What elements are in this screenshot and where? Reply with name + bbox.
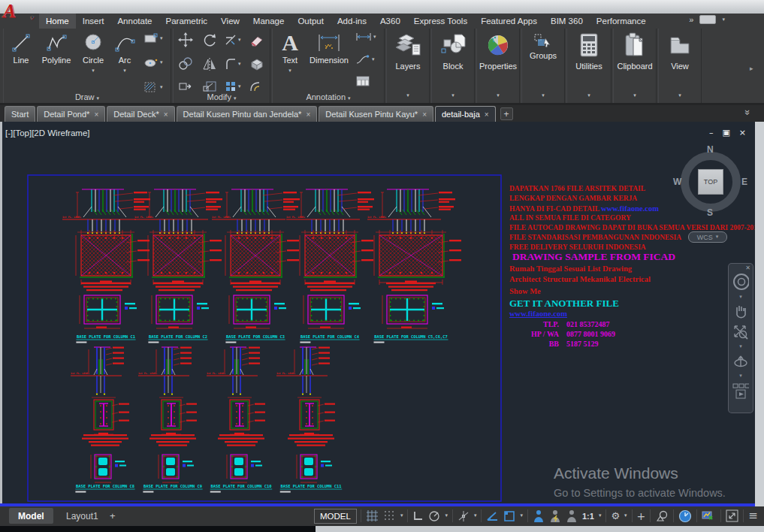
polyline-button[interactable]: Polyline (37, 30, 76, 65)
ribbon-tab-performance[interactable]: Performance (590, 14, 653, 29)
panel-layers[interactable]: Layers ▾ (386, 29, 430, 103)
file-tab-detail-pond-[interactable]: Detail Pond*× (37, 106, 105, 122)
ribbon-tab-manage[interactable]: Manage (246, 14, 291, 29)
clipboard-caret-icon[interactable]: ▾ (633, 92, 636, 98)
osnap-tracking-icon[interactable] (455, 508, 472, 524)
array-tool[interactable]: ▾ (225, 80, 241, 92)
circle-button[interactable]: Circle▾ (76, 30, 110, 74)
hardware-acceleration-icon[interactable] (699, 508, 718, 524)
trim-caret-icon[interactable]: ▾ (238, 38, 241, 43)
osnap-icon[interactable] (484, 508, 501, 524)
promo-link[interactable]: www.fifaone.com (509, 310, 567, 318)
file-tab-detail-baja[interactable]: detail-baja× (435, 106, 496, 122)
snap-caret-icon[interactable]: ▾ (398, 508, 406, 524)
customization-menu-icon[interactable]: ≡ (746, 508, 760, 524)
model-tab[interactable]: Model (9, 508, 53, 524)
dynamic-input-caret-icon[interactable]: ▾ (518, 508, 525, 524)
modify-panel-label[interactable]: Modify ▾ (174, 92, 270, 101)
viewcube-north[interactable]: N (707, 144, 714, 155)
orbit-icon[interactable] (732, 353, 749, 370)
fullscreen-icon[interactable] (723, 508, 741, 524)
rectangle-tool[interactable]: ▾ (143, 33, 163, 44)
ribbon-tab-output[interactable]: Output (291, 14, 331, 29)
file-tab-close-icon[interactable]: × (306, 110, 310, 119)
wcs-dropdown[interactable]: WCS▾ (688, 231, 727, 243)
hatch-tool[interactable]: ▾ (143, 81, 163, 93)
table-tool[interactable] (355, 75, 370, 87)
viewport-minimize-icon[interactable]: – (709, 128, 714, 138)
osnap-tracking-caret-icon[interactable]: ▾ (472, 508, 479, 524)
ribbon-tab-parametric[interactable]: Parametric (159, 14, 215, 29)
gear-caret-icon[interactable]: ▾ (622, 508, 630, 524)
ribbon-tab-annotate[interactable]: Annotate (110, 14, 159, 29)
autocad-logo-icon[interactable]: A▾ (3, 0, 29, 26)
fillet-tool[interactable]: ▾ (225, 56, 241, 71)
file-tab-close-icon[interactable]: × (164, 110, 168, 119)
ribbon-scroll-arrow-icon[interactable]: ▸ (750, 65, 753, 72)
viewcube-south[interactable]: S (707, 207, 713, 218)
text-button[interactable]: A Text▾ (274, 30, 306, 74)
viewport-close-icon[interactable]: × (739, 128, 746, 138)
hatch-caret-icon[interactable]: ▾ (160, 85, 163, 90)
add-layout-button[interactable]: + (105, 508, 120, 524)
scale-caret-icon[interactable]: ▾ (596, 508, 604, 524)
stretch-tool[interactable] (178, 80, 193, 92)
showmotion-icon[interactable] (732, 382, 749, 401)
leader-caret-icon[interactable]: ▾ (372, 57, 375, 62)
plus-icon[interactable]: + (635, 508, 648, 524)
arc-caret-icon[interactable]: ▾ (123, 68, 126, 74)
move-tool[interactable] (178, 32, 193, 47)
draw-panel-label[interactable]: Draw ▾ (4, 92, 171, 101)
file-tab-close-icon[interactable]: × (485, 110, 489, 119)
ortho-icon[interactable] (410, 508, 426, 524)
file-tab-close-icon[interactable]: × (94, 110, 98, 119)
panel-groups[interactable]: Groups ▾ (521, 29, 565, 103)
viewport-restore-icon[interactable]: ▣ (722, 128, 729, 138)
dynamic-input-icon[interactable] (501, 508, 518, 524)
polar-tracking-icon[interactable] (426, 508, 442, 524)
ribbon-tab-view[interactable]: View (214, 14, 246, 29)
viewcube-west[interactable]: W (673, 177, 681, 187)
arc-button[interactable]: Arc▾ (110, 30, 139, 74)
mirror-tool[interactable] (202, 56, 217, 71)
ribbon-tab-bim-360[interactable]: BIM 360 (544, 14, 590, 29)
polar-caret-icon[interactable]: ▾ (442, 508, 450, 524)
array-caret-icon[interactable]: ▾ (238, 84, 241, 89)
view-caret-icon[interactable]: ▾ (678, 92, 681, 98)
text-caret-icon[interactable]: ▾ (288, 68, 291, 74)
ribbon-state-caret-icon[interactable]: ▾ (722, 17, 725, 23)
navbar-close-icon[interactable]: ✕ (745, 264, 750, 271)
ellipse-caret-icon[interactable]: ▾ (160, 60, 163, 65)
linear-dimension-tool[interactable]: ▾ (355, 32, 376, 41)
ribbon-tab-express-tools[interactable]: Express Tools (407, 14, 474, 29)
viewcube[interactable]: N W E S TOP (675, 147, 747, 222)
file-tab-detail-kusen-pintu-dan-jendela-[interactable]: Detail Kusen Pintu dan Jendela*× (177, 106, 318, 122)
file-tab-start[interactable]: Start (5, 106, 35, 122)
viewport-controls-label[interactable]: [-][Top][2D Wireframe] (5, 128, 89, 138)
leader-tool[interactable]: ▾ (355, 54, 375, 65)
file-tab-close-icon[interactable]: × (422, 110, 427, 119)
line-button[interactable]: Line (5, 30, 37, 65)
isolate-objects-icon[interactable] (653, 508, 671, 524)
panel-properties[interactable]: Properties ▾ (476, 29, 520, 103)
file-tab-detail-kusen-pintu-kayu-[interactable]: Detail Kusen Pintu Kayu*× (319, 106, 433, 122)
navbar-caret-icon[interactable]: ▾ (732, 373, 749, 379)
file-tabs-overflow-icon[interactable]: » (742, 110, 753, 115)
rectangle-caret-icon[interactable]: ▾ (160, 36, 163, 41)
ellipse-tool[interactable]: ▾ (143, 57, 163, 68)
ribbon-tab-add-ins[interactable]: Add-ins (331, 14, 373, 29)
viewcube-top-face[interactable]: TOP (698, 169, 723, 195)
fillet-caret-icon[interactable]: ▾ (238, 62, 241, 67)
annotation-scale-value[interactable]: 1:1 (580, 508, 596, 524)
copy-tool[interactable] (178, 56, 193, 71)
explode-tool[interactable] (249, 56, 265, 71)
ribbon-tab-insert[interactable]: Insert (76, 14, 111, 29)
ribbon-state-icon[interactable] (699, 15, 716, 24)
grid-display-icon[interactable] (364, 508, 381, 524)
pan-icon[interactable] (732, 304, 749, 320)
annotation-autoscale-icon[interactable] (547, 508, 563, 524)
promo-link[interactable]: www.fifaone.com (601, 204, 659, 213)
ribbon-tab-a360[interactable]: A360 (373, 14, 407, 29)
dimension-button[interactable]: Dimension (306, 30, 352, 65)
layers-caret-icon[interactable]: ▾ (406, 92, 409, 98)
